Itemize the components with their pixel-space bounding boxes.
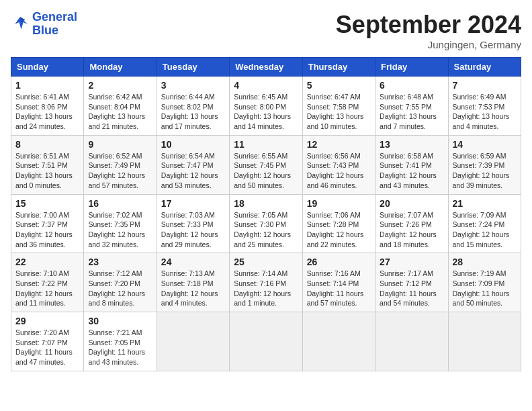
day-info: Sunrise: 7:06 AM Sunset: 7:28 PM Dayligh… <box>307 210 371 250</box>
day-info: Sunrise: 7:13 AM Sunset: 7:18 PM Dayligh… <box>161 269 225 308</box>
header: General Blue September 2024 Jungingen, G… <box>11 11 521 50</box>
day-number: 4 <box>234 80 298 91</box>
calendar-day-cell: 17Sunrise: 7:03 AM Sunset: 7:33 PM Dayli… <box>157 194 229 253</box>
logo-text: General Blue <box>32 11 77 38</box>
calendar-day-cell: 9Sunrise: 6:52 AM Sunset: 7:49 PM Daylig… <box>84 135 157 194</box>
day-of-week-header: Saturday <box>448 58 521 77</box>
day-number: 27 <box>380 257 443 267</box>
calendar-day-cell: 23Sunrise: 7:12 AM Sunset: 7:20 PM Dayli… <box>84 253 157 312</box>
day-of-week-header: Wednesday <box>230 58 302 77</box>
day-info: Sunrise: 6:42 AM Sunset: 8:04 PM Dayligh… <box>88 92 152 132</box>
day-info: Sunrise: 6:49 AM Sunset: 7:53 PM Dayligh… <box>453 92 517 132</box>
day-info: Sunrise: 7:09 AM Sunset: 7:24 PM Dayligh… <box>453 210 517 250</box>
empty-cell <box>375 312 448 371</box>
calendar-week-row: 29Sunrise: 7:20 AM Sunset: 7:07 PM Dayli… <box>11 312 521 371</box>
day-number: 19 <box>307 198 371 209</box>
day-info: Sunrise: 6:58 AM Sunset: 7:41 PM Dayligh… <box>380 151 443 191</box>
title-area: September 2024 Jungingen, Germany <box>336 11 521 50</box>
day-info: Sunrise: 7:17 AM Sunset: 7:12 PM Dayligh… <box>380 269 443 308</box>
calendar-day-cell: 7Sunrise: 6:49 AM Sunset: 7:53 PM Daylig… <box>448 77 521 136</box>
day-info: Sunrise: 7:20 AM Sunset: 7:07 PM Dayligh… <box>15 328 79 367</box>
calendar-day-cell: 8Sunrise: 6:51 AM Sunset: 7:51 PM Daylig… <box>11 135 84 194</box>
day-number: 9 <box>88 139 152 150</box>
calendar-day-cell: 28Sunrise: 7:19 AM Sunset: 7:09 PM Dayli… <box>448 253 521 312</box>
day-info: Sunrise: 7:16 AM Sunset: 7:14 PM Dayligh… <box>307 269 371 308</box>
location: Jungingen, Germany <box>336 39 521 50</box>
day-info: Sunrise: 6:51 AM Sunset: 7:51 PM Dayligh… <box>15 151 79 191</box>
day-info: Sunrise: 7:21 AM Sunset: 7:05 PM Dayligh… <box>88 328 152 367</box>
day-info: Sunrise: 7:12 AM Sunset: 7:20 PM Dayligh… <box>88 269 152 308</box>
calendar-day-cell: 1Sunrise: 6:41 AM Sunset: 8:06 PM Daylig… <box>11 77 84 136</box>
day-number: 15 <box>15 198 79 209</box>
calendar-day-cell: 22Sunrise: 7:10 AM Sunset: 7:22 PM Dayli… <box>11 253 84 312</box>
day-info: Sunrise: 6:48 AM Sunset: 7:55 PM Dayligh… <box>380 92 443 132</box>
month-title: September 2024 <box>336 11 521 39</box>
empty-cell <box>157 312 229 371</box>
calendar-day-cell: 19Sunrise: 7:06 AM Sunset: 7:28 PM Dayli… <box>302 194 375 253</box>
day-info: Sunrise: 6:44 AM Sunset: 8:02 PM Dayligh… <box>161 92 225 132</box>
day-info: Sunrise: 6:56 AM Sunset: 7:43 PM Dayligh… <box>307 151 371 191</box>
calendar-day-cell: 3Sunrise: 6:44 AM Sunset: 8:02 PM Daylig… <box>157 77 229 136</box>
day-number: 13 <box>380 139 443 150</box>
day-info: Sunrise: 6:47 AM Sunset: 7:58 PM Dayligh… <box>307 92 371 132</box>
day-number: 25 <box>234 257 298 267</box>
day-info: Sunrise: 7:00 AM Sunset: 7:37 PM Dayligh… <box>15 210 79 250</box>
logo: General Blue <box>11 11 77 38</box>
day-number: 23 <box>88 257 152 267</box>
day-info: Sunrise: 6:54 AM Sunset: 7:47 PM Dayligh… <box>161 151 225 191</box>
day-info: Sunrise: 7:07 AM Sunset: 7:26 PM Dayligh… <box>380 210 443 250</box>
day-number: 21 <box>453 198 517 209</box>
day-number: 14 <box>453 139 517 150</box>
day-number: 2 <box>88 80 152 91</box>
calendar-week-row: 1Sunrise: 6:41 AM Sunset: 8:06 PM Daylig… <box>11 77 521 136</box>
day-number: 5 <box>307 80 371 91</box>
calendar-day-cell: 24Sunrise: 7:13 AM Sunset: 7:18 PM Dayli… <box>157 253 229 312</box>
empty-cell <box>302 312 375 371</box>
calendar-day-cell: 13Sunrise: 6:58 AM Sunset: 7:41 PM Dayli… <box>375 135 448 194</box>
calendar-day-cell: 15Sunrise: 7:00 AM Sunset: 7:37 PM Dayli… <box>11 194 84 253</box>
day-number: 17 <box>161 198 225 209</box>
calendar-day-cell: 10Sunrise: 6:54 AM Sunset: 7:47 PM Dayli… <box>157 135 229 194</box>
calendar-day-cell: 11Sunrise: 6:55 AM Sunset: 7:45 PM Dayli… <box>230 135 302 194</box>
calendar-day-cell: 12Sunrise: 6:56 AM Sunset: 7:43 PM Dayli… <box>302 135 375 194</box>
day-number: 30 <box>88 316 152 326</box>
day-number: 8 <box>15 139 79 150</box>
logo-icon <box>11 15 30 34</box>
day-info: Sunrise: 6:41 AM Sunset: 8:06 PM Dayligh… <box>15 92 79 132</box>
day-number: 24 <box>161 257 225 267</box>
day-of-week-header: Monday <box>84 58 157 77</box>
calendar-day-cell: 4Sunrise: 6:45 AM Sunset: 8:00 PM Daylig… <box>230 77 302 136</box>
day-info: Sunrise: 7:10 AM Sunset: 7:22 PM Dayligh… <box>15 269 79 308</box>
calendar-day-cell: 30Sunrise: 7:21 AM Sunset: 7:05 PM Dayli… <box>84 312 157 371</box>
day-info: Sunrise: 7:02 AM Sunset: 7:35 PM Dayligh… <box>88 210 152 250</box>
calendar-day-cell: 16Sunrise: 7:02 AM Sunset: 7:35 PM Dayli… <box>84 194 157 253</box>
calendar-day-cell: 29Sunrise: 7:20 AM Sunset: 7:07 PM Dayli… <box>11 312 84 371</box>
calendar: SundayMondayTuesdayWednesdayThursdayFrid… <box>11 57 521 371</box>
day-number: 7 <box>453 80 517 91</box>
day-number: 6 <box>380 80 443 91</box>
day-of-week-header: Thursday <box>302 58 375 77</box>
calendar-day-cell: 6Sunrise: 6:48 AM Sunset: 7:55 PM Daylig… <box>375 77 448 136</box>
day-of-week-header: Sunday <box>11 58 84 77</box>
day-of-week-header: Friday <box>375 58 448 77</box>
calendar-day-cell: 2Sunrise: 6:42 AM Sunset: 8:04 PM Daylig… <box>84 77 157 136</box>
day-info: Sunrise: 7:19 AM Sunset: 7:09 PM Dayligh… <box>453 269 517 308</box>
calendar-day-cell: 25Sunrise: 7:14 AM Sunset: 7:16 PM Dayli… <box>230 253 302 312</box>
day-number: 22 <box>15 257 79 267</box>
calendar-header-row: SundayMondayTuesdayWednesdayThursdayFrid… <box>11 58 521 77</box>
day-info: Sunrise: 7:03 AM Sunset: 7:33 PM Dayligh… <box>161 210 225 250</box>
calendar-day-cell: 5Sunrise: 6:47 AM Sunset: 7:58 PM Daylig… <box>302 77 375 136</box>
day-info: Sunrise: 7:14 AM Sunset: 7:16 PM Dayligh… <box>234 269 298 308</box>
calendar-day-cell: 26Sunrise: 7:16 AM Sunset: 7:14 PM Dayli… <box>302 253 375 312</box>
day-info: Sunrise: 6:55 AM Sunset: 7:45 PM Dayligh… <box>234 151 298 191</box>
day-number: 16 <box>88 198 152 209</box>
day-number: 12 <box>307 139 371 150</box>
day-number: 3 <box>161 80 225 91</box>
empty-cell <box>230 312 302 371</box>
day-info: Sunrise: 7:05 AM Sunset: 7:30 PM Dayligh… <box>234 210 298 250</box>
day-number: 20 <box>380 198 443 209</box>
day-number: 29 <box>15 316 79 326</box>
calendar-day-cell: 27Sunrise: 7:17 AM Sunset: 7:12 PM Dayli… <box>375 253 448 312</box>
calendar-week-row: 8Sunrise: 6:51 AM Sunset: 7:51 PM Daylig… <box>11 135 521 194</box>
calendar-week-row: 15Sunrise: 7:00 AM Sunset: 7:37 PM Dayli… <box>11 194 521 253</box>
